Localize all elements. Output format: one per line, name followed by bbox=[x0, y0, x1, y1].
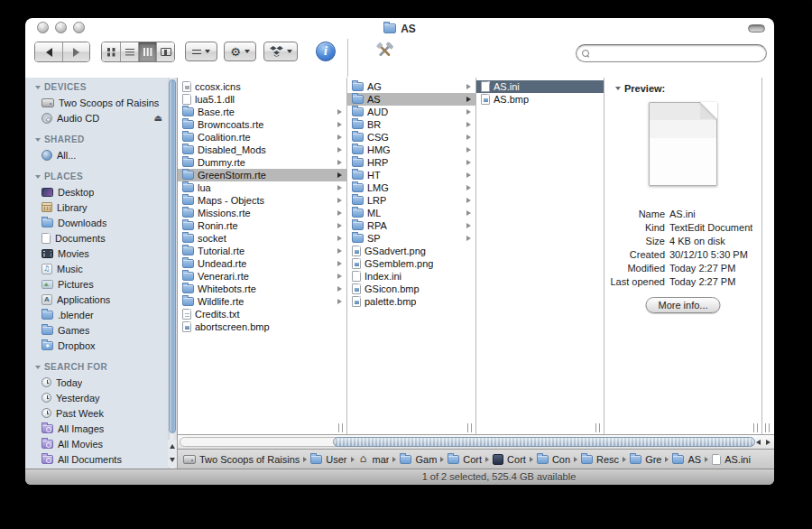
toolbar-toggle-button[interactable] bbox=[748, 24, 765, 32]
sidebar-scrollbar[interactable] bbox=[168, 78, 178, 469]
sidebar-scroll-up-button[interactable] bbox=[168, 440, 177, 453]
sidebar-item-all-documents[interactable]: All Documents bbox=[25, 451, 168, 467]
path-item-cort-5[interactable]: Cort bbox=[493, 454, 526, 465]
column-resize-grip[interactable] bbox=[338, 423, 343, 432]
file-row[interactable]: ML bbox=[347, 207, 475, 219]
close-button[interactable] bbox=[37, 22, 49, 33]
file-row[interactable]: AS.ini bbox=[476, 80, 604, 93]
file-row[interactable]: Missions.rte bbox=[178, 207, 346, 219]
sidebar-item-blender[interactable]: .blender bbox=[25, 307, 168, 322]
sidebar-item-applications[interactable]: Applications bbox=[25, 292, 168, 307]
file-row[interactable]: AUD bbox=[347, 106, 475, 118]
more-info-button[interactable]: More info... bbox=[645, 297, 720, 313]
file-row[interactable]: LMG bbox=[347, 181, 475, 194]
file-row[interactable]: Index.ini bbox=[347, 270, 475, 283]
horizontal-scrollbar[interactable] bbox=[178, 434, 774, 449]
file-row[interactable]: lua bbox=[178, 181, 346, 194]
file-row[interactable]: Coalition.rte bbox=[178, 131, 346, 144]
get-info-button[interactable]: i bbox=[316, 42, 336, 61]
sidebar-item-games[interactable]: Games bbox=[25, 322, 168, 338]
forward-button[interactable] bbox=[62, 42, 89, 61]
file-row[interactable]: Browncoats.rte bbox=[178, 118, 346, 131]
file-row[interactable]: Credits.txt bbox=[178, 308, 346, 320]
file-row[interactable]: SP bbox=[347, 232, 475, 245]
sidebar-section-header[interactable]: DEVICES bbox=[25, 79, 168, 95]
sidebar-item-documents[interactable]: Documents bbox=[25, 230, 168, 246]
scroll-right-button[interactable] bbox=[763, 435, 773, 450]
file-row[interactable]: BR bbox=[347, 118, 475, 131]
file-row[interactable]: Disabled_Mods bbox=[178, 144, 346, 156]
sidebar-item-audio-cd[interactable]: Audio CD⏏ bbox=[25, 110, 168, 125]
file-row[interactable]: Wildlife.rte bbox=[178, 295, 346, 308]
file-row[interactable]: RPA bbox=[347, 219, 475, 232]
eject-button[interactable]: ⏏ bbox=[154, 114, 162, 123]
file-row[interactable]: GSadvert.png bbox=[347, 245, 475, 257]
column-resize-grip[interactable] bbox=[753, 423, 758, 432]
file-row[interactable]: lua5.1.dll bbox=[178, 93, 346, 106]
scrollbar-thumb[interactable] bbox=[333, 437, 755, 447]
file-row[interactable]: AS.bmp bbox=[476, 93, 604, 106]
view-as-list-button[interactable] bbox=[120, 42, 138, 61]
view-as-columns-button[interactable] bbox=[138, 42, 156, 61]
sidebar-section-header[interactable]: SHARED bbox=[25, 132, 168, 147]
file-row[interactable]: Venerari.rte bbox=[178, 270, 346, 283]
view-as-coverflow-button[interactable] bbox=[156, 42, 174, 61]
path-item-gre-8[interactable]: Gre bbox=[630, 454, 661, 465]
view-as-icons-button[interactable] bbox=[102, 42, 120, 61]
sidebar-scroll-down-button[interactable] bbox=[168, 453, 177, 467]
file-row[interactable]: Tutorial.rte bbox=[178, 245, 346, 257]
file-row[interactable]: Base.rte bbox=[178, 106, 346, 118]
path-item-resc-7[interactable]: Resc bbox=[581, 454, 619, 465]
file-row[interactable]: Maps - Objects bbox=[178, 194, 346, 207]
sidebar-item-all-images[interactable]: All Images bbox=[25, 421, 168, 436]
sidebar-item-all-movies[interactable]: All Movies bbox=[25, 436, 168, 451]
file-row[interactable]: AS bbox=[347, 93, 475, 106]
sidebar-item-pictures[interactable]: Pictures bbox=[25, 276, 168, 292]
path-item-con-6[interactable]: Con bbox=[537, 454, 570, 465]
file-row[interactable]: Whitebots.rte bbox=[178, 283, 346, 295]
zoom-button[interactable] bbox=[73, 22, 85, 33]
sidebar-section-header[interactable]: SEARCH FOR bbox=[25, 359, 168, 375]
minimize-button[interactable] bbox=[55, 22, 67, 33]
file-row[interactable]: AG bbox=[347, 80, 475, 93]
file-row[interactable]: HMG bbox=[347, 144, 475, 156]
sidebar-item-dropbox[interactable]: Dropbox bbox=[25, 338, 168, 353]
path-item-as-ini-10[interactable]: AS.ini bbox=[712, 454, 751, 465]
path-item-user-1[interactable]: User bbox=[310, 454, 346, 465]
sidebar-scrollbar-thumb[interactable] bbox=[169, 79, 176, 433]
column-resize-grip[interactable] bbox=[467, 423, 472, 432]
file-row[interactable]: ccosx.icns bbox=[178, 80, 346, 93]
column-resize-grip[interactable] bbox=[595, 423, 600, 432]
file-row[interactable]: abortscreen.bmp bbox=[178, 320, 346, 333]
file-row[interactable]: GreenStorm.rte bbox=[178, 169, 346, 181]
sidebar-item-movies[interactable]: Movies bbox=[25, 246, 168, 261]
customize-button[interactable] bbox=[374, 41, 395, 62]
back-button[interactable] bbox=[35, 42, 62, 61]
sidebar-item-desktop[interactable]: Desktop bbox=[25, 184, 168, 200]
sidebar-item-music[interactable]: Music bbox=[25, 261, 168, 276]
sidebar-item-yesterday[interactable]: Yesterday bbox=[25, 390, 168, 405]
file-row[interactable]: palette.bmp bbox=[347, 295, 475, 308]
path-item-mar-2[interactable]: ⌂mar bbox=[358, 454, 390, 465]
path-item-as-9[interactable]: AS bbox=[672, 454, 701, 465]
sidebar-item-downloads[interactable]: Downloads bbox=[25, 215, 168, 230]
file-row[interactable]: HRP bbox=[347, 156, 475, 169]
action-menu-button[interactable]: ⚙ bbox=[224, 42, 256, 61]
column-resize-grip[interactable] bbox=[765, 423, 770, 432]
file-row[interactable]: CSG bbox=[347, 131, 475, 144]
file-row[interactable]: Undead.rte bbox=[178, 257, 346, 270]
file-row[interactable]: Ronin.rte bbox=[178, 219, 346, 232]
file-row[interactable]: socket bbox=[178, 232, 346, 245]
path-menu-button[interactable] bbox=[185, 42, 217, 61]
path-item-cort-4[interactable]: Cort bbox=[448, 454, 482, 465]
sidebar-item-library[interactable]: Library bbox=[25, 200, 168, 215]
file-row[interactable]: HT bbox=[347, 169, 475, 181]
dropbox-menu-button[interactable] bbox=[263, 42, 298, 61]
file-row[interactable]: LRP bbox=[347, 194, 475, 207]
path-item-gam-3[interactable]: Gam bbox=[400, 454, 437, 465]
sidebar-item-past-week[interactable]: Past Week bbox=[25, 405, 168, 421]
scroll-left-button[interactable] bbox=[753, 435, 763, 450]
sidebar-section-header[interactable]: PLACES bbox=[25, 169, 168, 184]
path-item-two-scoops-of-raisins-0[interactable]: Two Scoops of Raisins bbox=[183, 454, 300, 465]
file-row[interactable]: GSemblem.png bbox=[347, 257, 475, 270]
